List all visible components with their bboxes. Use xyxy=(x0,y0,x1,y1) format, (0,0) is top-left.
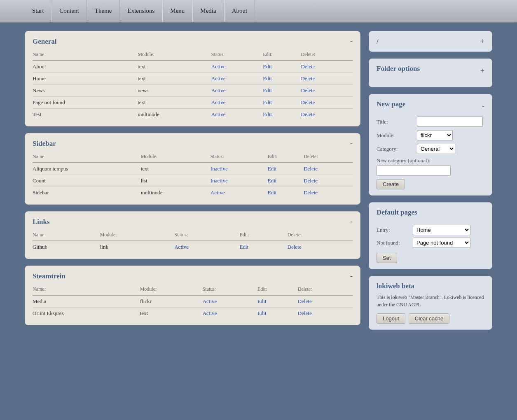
cell-delete[interactable]: Delete xyxy=(301,109,353,121)
left-column: General - Name: Module: Status: Edit: De… xyxy=(25,31,360,330)
cell-module: text xyxy=(138,73,211,85)
cell-edit[interactable]: Edit xyxy=(257,295,298,308)
cell-status: Inactive xyxy=(211,163,268,175)
edit-link[interactable]: Edit xyxy=(257,310,267,316)
edit-link[interactable]: Edit xyxy=(268,189,277,196)
cell-name: News xyxy=(33,85,138,97)
cell-edit[interactable]: Edit xyxy=(268,175,304,187)
cell-edit[interactable]: Edit xyxy=(268,163,304,175)
not-found-label: Not found: xyxy=(377,240,409,246)
delete-link[interactable]: Delete xyxy=(301,87,315,93)
cell-status: Active xyxy=(211,61,263,73)
main-content: General - Name: Module: Status: Edit: De… xyxy=(0,23,517,338)
cell-delete[interactable]: Delete xyxy=(301,73,353,85)
cell-edit[interactable]: Edit xyxy=(263,97,301,109)
general-table: Name: Module: Status: Edit: Delete: Abou… xyxy=(33,50,353,120)
delete-link[interactable]: Delete xyxy=(301,63,315,70)
cell-status: Active xyxy=(203,295,257,308)
delete-link[interactable]: Delete xyxy=(301,111,315,117)
lokiweb-title: lokiweb beta xyxy=(377,282,484,290)
nav-item-about[interactable]: About xyxy=(224,0,255,22)
edit-link[interactable]: Edit xyxy=(263,111,272,117)
nav-item-start[interactable]: Start xyxy=(25,0,51,22)
cell-status: Active xyxy=(211,187,268,199)
edit-link[interactable]: Edit xyxy=(239,244,248,250)
lokiweb-actions: Logout Clear cache xyxy=(377,313,484,324)
edit-link[interactable]: Edit xyxy=(263,99,272,105)
cell-edit[interactable]: Edit xyxy=(263,85,301,97)
new-category-label: New category (optional): xyxy=(377,157,484,164)
nav-item-menu[interactable]: Menu xyxy=(162,0,192,22)
table-row: Media flickr Active Edit Delete xyxy=(33,295,353,308)
delete-link[interactable]: Delete xyxy=(301,99,315,105)
steamtrein-col-delete: Delete: xyxy=(298,285,353,295)
delete-link[interactable]: Delete xyxy=(304,166,318,172)
new-category-input[interactable] xyxy=(377,166,451,176)
edit-link[interactable]: Edit xyxy=(268,166,277,172)
links-panel-toggle[interactable]: - xyxy=(350,217,353,226)
entry-select[interactable]: HomeAboutNewsPage not foundTest xyxy=(413,225,470,235)
cell-edit[interactable]: Edit xyxy=(263,61,301,73)
delete-link[interactable]: Delete xyxy=(304,189,318,196)
new-page-category-select[interactable]: GeneralSidebarLinksSteamtrein xyxy=(417,144,455,154)
cell-delete[interactable]: Delete xyxy=(298,308,353,320)
table-row: Test multinode Active Edit Delete xyxy=(33,109,353,121)
cell-edit[interactable]: Edit xyxy=(263,109,301,121)
lokiweb-panel: lokiweb beta This is lokiweb "Master Bra… xyxy=(369,276,492,330)
cell-name: Test xyxy=(33,109,138,121)
entry-label: Entry: xyxy=(377,227,409,233)
general-col-delete: Delete: xyxy=(301,50,353,61)
edit-link[interactable]: Edit xyxy=(257,298,267,304)
edit-link[interactable]: Edit xyxy=(263,75,272,82)
not-found-select[interactable]: HomeAboutNewsPage not foundTest xyxy=(413,238,470,248)
cell-delete[interactable]: Delete xyxy=(301,85,353,97)
nav-item-extensions[interactable]: Extensions xyxy=(120,0,163,22)
new-page-module-select[interactable]: flickrtextnewslistmultinodelink xyxy=(417,130,453,140)
cell-delete[interactable]: Delete xyxy=(304,163,353,175)
cell-delete[interactable]: Delete xyxy=(304,187,353,199)
delete-link[interactable]: Delete xyxy=(304,177,318,184)
delete-link[interactable]: Delete xyxy=(298,298,312,304)
nav-item-content[interactable]: Content xyxy=(51,0,87,22)
cell-edit[interactable]: Edit xyxy=(239,241,287,253)
set-button[interactable]: Set xyxy=(377,253,397,263)
new-page-toggle[interactable]: - xyxy=(482,102,484,111)
clear-cache-button[interactable]: Clear cache xyxy=(409,313,449,324)
cell-edit[interactable]: Edit xyxy=(257,308,298,320)
cell-name: Count xyxy=(33,175,141,187)
cell-module: flickr xyxy=(140,295,203,308)
steamtrein-col-edit: Edit: xyxy=(257,285,298,295)
cell-module: link xyxy=(100,241,175,253)
folder-options-header: Folder options + xyxy=(377,65,484,77)
sidebar-panel-toggle[interactable]: - xyxy=(350,139,353,148)
path-toggle[interactable]: + xyxy=(480,37,484,46)
cell-delete[interactable]: Delete xyxy=(301,61,353,73)
delete-link[interactable]: Delete xyxy=(301,75,315,82)
folder-options-toggle[interactable]: + xyxy=(480,67,484,75)
new-page-title-input[interactable] xyxy=(417,117,483,127)
steamtrein-panel-toggle[interactable]: - xyxy=(350,272,353,280)
delete-link[interactable]: Delete xyxy=(298,310,312,316)
not-found-row: Not found: HomeAboutNewsPage not foundTe… xyxy=(377,238,484,248)
delete-link[interactable]: Delete xyxy=(288,244,302,250)
logout-button[interactable]: Logout xyxy=(377,313,405,324)
sidebar-panel-title: Sidebar xyxy=(33,140,56,148)
new-page-header: New page - xyxy=(377,100,484,112)
edit-link[interactable]: Edit xyxy=(263,63,272,70)
cell-delete[interactable]: Delete xyxy=(304,175,353,187)
cell-delete[interactable]: Delete xyxy=(288,241,353,253)
cell-delete[interactable]: Delete xyxy=(298,295,353,308)
nav-item-theme[interactable]: Theme xyxy=(87,0,120,22)
cell-status: Inactive xyxy=(211,175,268,187)
default-pages-title: Default pages xyxy=(377,208,417,217)
cell-delete[interactable]: Delete xyxy=(301,97,353,109)
edit-link[interactable]: Edit xyxy=(268,177,277,184)
general-panel-toggle[interactable]: - xyxy=(350,37,353,46)
cell-module: text xyxy=(140,308,203,320)
new-page-module-label: Module: xyxy=(377,132,414,139)
nav-item-media[interactable]: Media xyxy=(192,0,224,22)
edit-link[interactable]: Edit xyxy=(263,87,272,93)
cell-edit[interactable]: Edit xyxy=(263,73,301,85)
cell-edit[interactable]: Edit xyxy=(268,187,304,199)
create-button[interactable]: Create xyxy=(377,179,405,189)
